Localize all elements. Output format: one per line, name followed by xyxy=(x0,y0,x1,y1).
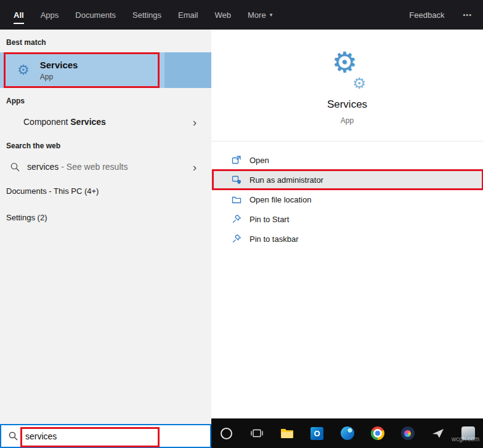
tab-email[interactable]: Email xyxy=(178,0,198,30)
tab-documents[interactable]: Documents xyxy=(75,0,116,30)
action-label: Open xyxy=(250,156,269,165)
task-view-button[interactable] xyxy=(242,418,272,448)
tab-all[interactable]: All xyxy=(14,0,24,30)
preview-panel: ⚙ ⚙ Services App Open xyxy=(211,30,483,418)
filter-tabs: All Apps Documents Settings Email Web Mo… xyxy=(14,0,272,30)
open-icon xyxy=(232,155,242,165)
photos-app-swirl xyxy=(404,430,411,437)
tab-web[interactable]: Web xyxy=(215,0,232,30)
action-pin-to-start[interactable]: Pin to Start xyxy=(211,209,483,229)
tab-apps[interactable]: Apps xyxy=(41,0,59,30)
gear-small-icon: ⚙ xyxy=(352,76,366,91)
web-search-label: services - See web results xyxy=(27,162,128,172)
outlook-button[interactable]: O xyxy=(302,418,332,448)
clipped-app-button[interactable] xyxy=(453,418,483,448)
edge-icon xyxy=(341,426,354,440)
search-icon xyxy=(8,431,18,441)
search-query-text: services xyxy=(25,431,57,441)
edge-button[interactable] xyxy=(332,418,362,448)
documents-group-header[interactable]: Documents - This PC (4+) xyxy=(0,178,211,204)
tab-web-label: Web xyxy=(215,10,232,20)
action-open-file-location[interactable]: Open file location xyxy=(211,190,483,209)
action-label: Pin to Start xyxy=(250,215,289,224)
chevron-right-icon[interactable]: › xyxy=(193,161,201,173)
overflow-menu-icon[interactable]: ••• xyxy=(463,11,472,18)
tab-settings[interactable]: Settings xyxy=(132,0,161,30)
action-pin-to-taskbar[interactable]: Pin to taskbar xyxy=(211,229,483,249)
tab-more-label: More xyxy=(248,10,266,20)
outlook-letter: O xyxy=(314,430,320,438)
chrome-button[interactable] xyxy=(362,418,392,448)
action-open[interactable]: Open xyxy=(211,150,483,170)
bottom-bar: services O xyxy=(0,418,483,448)
tab-more[interactable]: More ▾ xyxy=(248,0,272,30)
chevron-down-icon: ▾ xyxy=(270,12,273,18)
context-actions: Open Run as administrator Open file loca… xyxy=(211,150,483,249)
tab-settings-label: Settings xyxy=(132,10,161,20)
photos-app-button[interactable] xyxy=(392,418,423,448)
preview-app-subtitle: App xyxy=(341,116,354,125)
results-panel: Best match ⚙ Services App Apps Component… xyxy=(0,30,211,418)
file-explorer-icon xyxy=(280,428,294,439)
services-gear-icon: ⚙ xyxy=(17,63,30,77)
cortana-icon xyxy=(221,428,232,439)
preview-header: ⚙ ⚙ Services App xyxy=(211,30,483,125)
result-component-services[interactable]: Component Services › xyxy=(0,111,211,133)
mail-app-button[interactable] xyxy=(423,418,453,448)
services-app-icon: ⚙ ⚙ xyxy=(327,53,368,89)
action-label: Run as administrator xyxy=(250,175,323,185)
gear-large-icon: ⚙ xyxy=(332,48,357,76)
pin-icon xyxy=(232,214,242,224)
best-match-title: Services xyxy=(40,60,78,70)
chrome-icon xyxy=(371,426,384,440)
divider xyxy=(211,141,483,142)
file-location-icon xyxy=(232,194,242,204)
topbar-right: Feedback ••• xyxy=(409,0,472,30)
tab-apps-label: Apps xyxy=(41,10,59,20)
best-match-subtitle: App xyxy=(40,73,78,81)
best-match-header: Best match xyxy=(0,30,211,52)
best-match-expand-area[interactable] xyxy=(164,52,211,88)
best-match-text: Services App xyxy=(40,60,78,81)
component-services-label: Component Services xyxy=(23,117,106,127)
tab-documents-label: Documents xyxy=(75,10,116,20)
task-view-icon xyxy=(251,428,263,439)
search-results-area: Best match ⚙ Services App Apps Component… xyxy=(0,30,483,418)
tab-email-label: Email xyxy=(178,10,198,20)
file-explorer-button[interactable] xyxy=(272,418,302,448)
action-run-as-administrator[interactable]: Run as administrator xyxy=(211,170,483,190)
search-input[interactable]: services xyxy=(0,424,211,448)
preview-app-title: Services xyxy=(327,98,367,111)
tab-all-label: All xyxy=(14,10,24,20)
chrome-center-dot xyxy=(373,429,382,438)
action-label: Pin to taskbar xyxy=(250,234,299,244)
apps-section-header: Apps xyxy=(0,88,211,111)
chevron-right-icon[interactable]: › xyxy=(193,116,201,128)
result-web-search-services[interactable]: services - See web results › xyxy=(0,156,211,178)
outlook-icon: O xyxy=(310,427,323,440)
search-web-header: Search the web xyxy=(0,133,211,156)
clipped-app-icon xyxy=(461,426,475,440)
cortana-button[interactable] xyxy=(211,418,242,448)
start-search-window: All Apps Documents Settings Email Web Mo… xyxy=(0,0,483,448)
taskbar: O wcgh.com xyxy=(211,418,483,448)
pin-icon xyxy=(232,234,242,244)
feedback-link[interactable]: Feedback xyxy=(409,10,444,20)
search-filter-bar: All Apps Documents Settings Email Web Mo… xyxy=(0,0,483,30)
action-label: Open file location xyxy=(250,195,311,204)
search-slot: services xyxy=(0,418,211,448)
settings-group-header[interactable]: Settings (2) xyxy=(0,204,211,231)
search-icon xyxy=(10,162,20,172)
paper-plane-icon xyxy=(432,428,444,439)
best-match-result-services[interactable]: ⚙ Services App xyxy=(0,52,211,88)
run-admin-icon xyxy=(232,175,242,185)
photos-app-icon xyxy=(401,426,415,440)
